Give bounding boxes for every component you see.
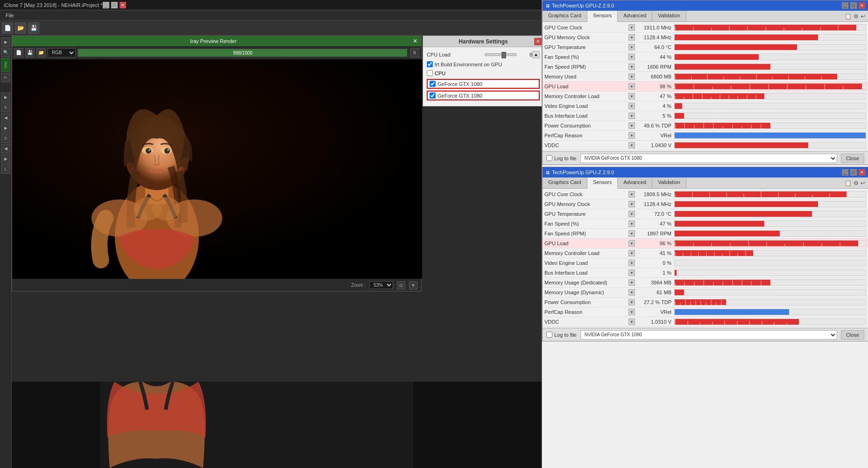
sidebar-btn-3[interactable]: ✏ xyxy=(1,73,10,82)
iray-colormode-select[interactable]: RGB xyxy=(48,48,76,57)
sidebar-btn-5[interactable]: S xyxy=(1,103,10,112)
hw-close-btn[interactable]: ✕ xyxy=(534,38,542,45)
sensor-dropdown-12[interactable]: ▼ xyxy=(628,309,635,315)
sensor-dropdown-7[interactable]: ▼ xyxy=(628,93,635,99)
zoom-more-btn[interactable]: ▼ xyxy=(409,281,417,290)
gpuz1-tab-sensors[interactable]: Sensors xyxy=(587,11,618,22)
zoom-select[interactable]: 53% xyxy=(369,281,393,289)
gpu2-checkbox[interactable] xyxy=(430,92,436,99)
gpuz1-close[interactable]: ✕ xyxy=(859,2,865,9)
cpu-load-up-btn[interactable]: ▲ xyxy=(532,51,540,58)
sensor-dropdown-13[interactable]: ▼ xyxy=(628,319,635,325)
sidebar-btn-6[interactable]: ◀ xyxy=(1,113,10,122)
sensor-dropdown-9[interactable]: ▼ xyxy=(628,113,635,119)
sensor-dropdown-2[interactable]: ▼ xyxy=(628,211,635,217)
iray-pause-button[interactable]: ⏸ xyxy=(410,48,419,57)
sensor-dropdown-10[interactable]: ▼ xyxy=(628,122,635,129)
gpuz1-close-btn[interactable]: Close xyxy=(841,154,864,163)
sensor-dropdown-0[interactable]: ▼ xyxy=(628,191,635,198)
in-build-env-checkbox[interactable] xyxy=(427,61,433,67)
sensor-dropdown-12[interactable]: ▼ xyxy=(628,142,635,149)
sensor-dropdown-6[interactable]: ▼ xyxy=(628,250,635,256)
zoom-fit-btn[interactable]: ⊡ xyxy=(397,281,405,290)
gpuz2-icon-3[interactable]: ↩ xyxy=(861,180,865,186)
sensor-dropdown-3[interactable]: ▼ xyxy=(628,220,635,227)
maximize-button[interactable]: □ xyxy=(111,2,118,8)
gpuz2-close-btn[interactable]: Close xyxy=(841,330,864,340)
iray-close-button[interactable]: ✕ xyxy=(412,38,418,44)
sensor-dropdown-4[interactable]: ▼ xyxy=(628,64,635,70)
gpuz2-tab-graphics-card[interactable]: Graphics Card xyxy=(543,177,587,188)
gpuz1-tab-advanced[interactable]: Advanced xyxy=(618,11,652,21)
sensor-dropdown-5[interactable]: ▼ xyxy=(628,240,635,247)
open-btn[interactable]: 📂 xyxy=(15,22,26,34)
menu-file[interactable]: File xyxy=(2,12,18,19)
sidebar-btn-2[interactable]: 🔍 xyxy=(1,48,10,57)
sensor-row-4: Fan Speed (RPM)▼1897 RPM xyxy=(543,229,868,239)
cpu-load-slider[interactable] xyxy=(485,53,516,56)
sensor-dropdown-9[interactable]: ▼ xyxy=(628,279,635,286)
new-btn[interactable]: 📄 xyxy=(2,22,13,34)
sensor-dropdown-3[interactable]: ▼ xyxy=(628,54,635,60)
gpuz1-maximize[interactable]: □ xyxy=(850,2,857,9)
gpuz1-log-checkbox[interactable] xyxy=(546,155,552,161)
gpuz1-tab-graphics-card[interactable]: Graphics Card xyxy=(543,11,587,21)
gpu1-checkbox[interactable] xyxy=(430,81,436,87)
sensor-bar-container-5 xyxy=(674,73,866,80)
save-btn[interactable]: 💾 xyxy=(28,22,39,34)
gpuz2-icon-1[interactable]: 📋 xyxy=(845,180,852,186)
gpuz1-minimize[interactable]: _ xyxy=(842,2,848,9)
sidebar-btn-11[interactable]: L xyxy=(1,164,10,174)
sensor-dropdown-1[interactable]: ▼ xyxy=(628,201,635,207)
iray-tb-1[interactable]: 📄 xyxy=(14,48,23,57)
gpuz2-tab-validation[interactable]: Validation xyxy=(652,177,686,188)
gpuz2-close[interactable]: ✕ xyxy=(859,169,865,176)
gpuz2-icon-2[interactable]: ⚙ xyxy=(854,180,859,186)
sensor-dropdown-2[interactable]: ▼ xyxy=(628,44,635,50)
gpuz2-tab-sensors[interactable]: Sensors xyxy=(587,177,618,189)
gpuz1-tab-validation[interactable]: Validation xyxy=(652,11,686,21)
gpuz1-log-label: Log to file xyxy=(546,155,577,161)
gpuz2-log-checkbox[interactable] xyxy=(546,332,552,338)
iray-tb-3[interactable]: 📁 xyxy=(36,48,46,57)
sensor-dropdown-6[interactable]: ▼ xyxy=(628,83,635,90)
gpuz2-minimize[interactable]: _ xyxy=(842,169,848,176)
gpuz1-icon-3[interactable]: ↩ xyxy=(861,13,865,20)
gpuz1-icon-2[interactable]: ⚙ xyxy=(854,13,859,20)
gpuz1-gpu-select[interactable]: NVIDIA GeForce GTX 1080 xyxy=(580,154,837,163)
sensor-row-1: GPU Memory Clock▼1128.4 MHz xyxy=(543,199,868,209)
sensor-dropdown-8[interactable]: ▼ xyxy=(628,103,635,109)
sensor-dropdown-7[interactable]: ▼ xyxy=(628,260,635,266)
sidebar-btn-9[interactable]: ◀ xyxy=(1,144,10,153)
sensor-dropdown-8[interactable]: ▼ xyxy=(628,269,635,276)
gpuz2-gpu-select[interactable]: NVIDIA GeForce GTX 1080 xyxy=(580,330,837,340)
sensor-dropdown-1[interactable]: ▼ xyxy=(628,34,635,41)
gpuz2-tab-icons: 📋 ⚙ ↩ xyxy=(842,177,868,188)
iray-tb-2[interactable]: 💾 xyxy=(25,48,35,57)
gpuz1-icon-1[interactable]: 📋 xyxy=(845,13,852,20)
sidebar-btn-4[interactable]: ▶ xyxy=(1,92,10,102)
gpuz-tabs-1: Graphics Card Sensors Advanced Validatio… xyxy=(543,11,868,22)
sensor-dropdown-5[interactable]: ▼ xyxy=(628,73,635,80)
sidebar-btn-8[interactable]: S xyxy=(1,134,10,143)
sensor-name-6: GPU Load xyxy=(544,84,628,89)
close-button[interactable]: ✕ xyxy=(120,2,126,8)
sensor-value-7: 0 % xyxy=(637,260,674,266)
sensor-dropdown-4[interactable]: ▼ xyxy=(628,230,635,237)
gpu1-label: GeForce GTX 1080 xyxy=(438,81,482,87)
cpu-checkbox[interactable] xyxy=(427,70,433,76)
cpu-load-thumb[interactable] xyxy=(501,52,506,58)
sidebar-btn-1[interactable]: ▶ xyxy=(1,37,10,47)
sensor-bar-9 xyxy=(675,113,684,119)
sensor-value-0: 1911.0 MHz xyxy=(637,25,674,30)
minimize-button[interactable]: _ xyxy=(103,2,109,8)
sensor-dropdown-11[interactable]: ▼ xyxy=(628,132,635,139)
sensor-dropdown-11[interactable]: ▼ xyxy=(628,299,635,305)
sensor-dropdown-10[interactable]: ▼ xyxy=(628,289,635,296)
gpuz2-maximize[interactable]: □ xyxy=(850,169,857,176)
gpuz2-tab-advanced[interactable]: Advanced xyxy=(618,177,652,188)
sensor-dropdown-0[interactable]: ▼ xyxy=(628,24,635,31)
sensor-value-2: 72.0 °C xyxy=(637,211,674,217)
sidebar-btn-7[interactable]: ▶ xyxy=(1,123,10,133)
sidebar-btn-10[interactable]: ▶ xyxy=(1,154,10,163)
